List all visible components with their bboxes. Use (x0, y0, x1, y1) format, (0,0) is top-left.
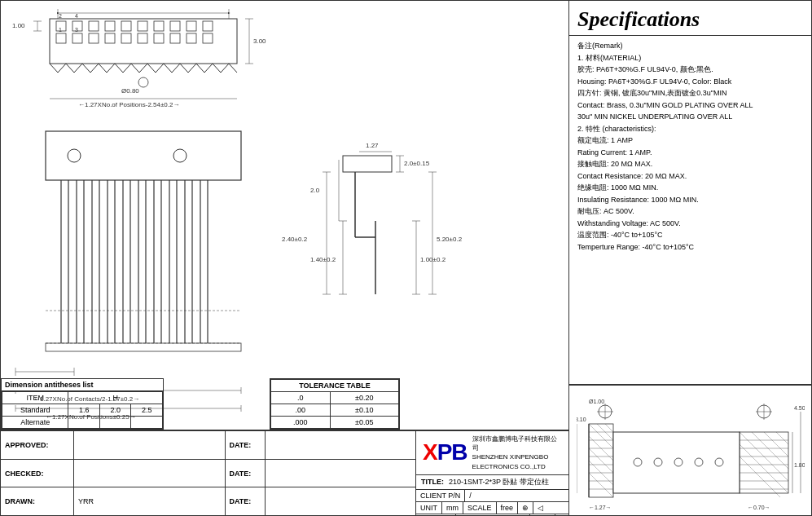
dim-std-1: 1.6 (68, 404, 100, 417)
specs-panel: Specifications 备注(Remark) 1. 材料(MATERIAL… (569, 1, 811, 515)
svg-text:1.27: 1.27 (366, 142, 379, 149)
svg-rect-18 (121, 33, 131, 43)
svg-rect-17 (105, 33, 115, 43)
contact-en1: Contact: Brass, 0.3u"MIN GOLD PLATING OV… (577, 100, 803, 112)
svg-point-41 (68, 149, 81, 162)
checked-label: CHECKED: (1, 460, 74, 487)
svg-rect-6 (89, 21, 99, 31)
drawing-title-row: TITLE: 210-1SMT-2*3P 卧贴 带定位柱 (416, 475, 568, 490)
svg-text:←1.27→: ←1.27→ (589, 505, 612, 510)
client-pn-value: / (465, 490, 568, 501)
unit-scale-row: UNIT mm SCALE free ⊕ ◁ (416, 502, 568, 514)
svg-line-143 (776, 432, 788, 444)
svg-text:3.10: 3.10 (577, 417, 586, 422)
svg-line-140 (740, 456, 780, 497)
specs-title: Specifications (569, 1, 811, 36)
svg-rect-9 (138, 21, 147, 31)
svg-point-148 (695, 458, 703, 466)
company-cn: 深圳市鑫鹏博电子科技有限公司 (472, 434, 562, 452)
svg-text:1.80: 1.80 (794, 462, 805, 468)
svg-line-142 (764, 432, 788, 456)
svg-rect-7 (105, 21, 115, 31)
title-block: APPROVED: DATE: CHECKED: DATE: DRAWN: YR… (1, 430, 568, 515)
rated-current-en: Rating Current: 1 AMP. (577, 148, 803, 159)
drawn-date-value (266, 487, 416, 515)
svg-text:1.40±0.2: 1.40±0.2 (310, 256, 336, 263)
svg-point-147 (674, 458, 683, 466)
tol-val-1: ±0.20 (330, 392, 398, 404)
main-drawing-svg: 2 4 1 3 1.00 3.00 Ø0.80 ←1.27XNo.of Posi… (1, 1, 563, 425)
svg-text:2.40±0.2: 2.40±0.2 (282, 236, 308, 243)
material-en: Housing: PA6T+30%G.F UL94V-0, Color: Bla… (577, 77, 803, 88)
svg-rect-130 (740, 432, 788, 493)
rated-current-cn: 额定电流: 1 AMP (577, 135, 803, 147)
dim-std-2: 2.0 (99, 404, 131, 417)
drawing-area: 2 4 1 3 1.00 3.00 Ø0.80 ←1.27XNo.of Posi… (1, 1, 569, 515)
withstand-cn: 耐电压: AC 500V. (577, 206, 803, 218)
drawn-date-label: DATE: (225, 487, 266, 515)
svg-text:Ø0.80: Ø0.80 (121, 87, 139, 95)
svg-text:4.50: 4.50 (794, 405, 805, 411)
detail-drawing: Ø1.00 (569, 385, 811, 515)
dim-alternate-label: Alternate (2, 417, 68, 429)
svg-rect-11 (170, 21, 180, 31)
tolerance-header: TOLERANCE TABLE (271, 380, 399, 392)
tol-dec-2: .00 (271, 404, 331, 417)
dim-standard-label: Standard (2, 404, 68, 417)
scale-value: free (497, 502, 519, 514)
svg-point-146 (654, 458, 662, 466)
checked-name-value (74, 460, 225, 487)
char-header: 2. 特性 (characteristics): (577, 124, 803, 135)
svg-text:5.20±0.2: 5.20±0.2 (437, 236, 463, 243)
material-cn: 胶壳: PA6T+30%G.F UL94V-0, 颜色:黑色. (577, 64, 803, 76)
dim-col-item: ITEM (2, 392, 68, 404)
checked-date-value (266, 460, 416, 487)
svg-rect-10 (154, 21, 164, 31)
dim-col-h: H (68, 392, 163, 404)
svg-rect-21 (170, 33, 180, 43)
dimension-table: Dimension antitheses list ITEM H Standar… (1, 378, 164, 430)
insul-res-en: Insulating Resistance: 1000 MΩ MIN. (577, 195, 803, 206)
tolerance-table: TOLERANCE TABLE .0 ±0.20 .00 ±0.10 .000 … (270, 378, 400, 430)
drawn-label: DRAWN: (1, 487, 74, 515)
svg-text:1.00±0.2: 1.00±0.2 (420, 256, 446, 263)
svg-rect-20 (154, 33, 164, 43)
contact-res-en: Contact Resistance: 20 MΩ MAX. (577, 171, 803, 183)
material-header: 1. 材料(MATERIAL) (577, 53, 803, 64)
svg-text:←1.27XNo.of Positions-2.54±0.2: ←1.27XNo.of Positions-2.54±0.2→ (78, 101, 179, 108)
svg-point-42 (173, 149, 187, 162)
svg-line-129 (605, 424, 613, 432)
svg-rect-14 (56, 33, 66, 43)
svg-rect-8 (121, 21, 131, 31)
contact-res-cn: 接触电阻: 20 MΩ MAX. (577, 159, 803, 170)
checked-date-label: DATE: (225, 460, 266, 487)
remark-header: 备注(Remark) (577, 41, 803, 52)
approved-row: APPROVED: DATE: (1, 431, 415, 460)
specs-content: 备注(Remark) 1. 材料(MATERIAL) 胶壳: PA6T+30%G… (569, 36, 811, 385)
svg-line-139 (740, 444, 788, 493)
temp-range-en: Temperture Range: -40°C to+105°C (577, 242, 803, 254)
svg-line-141 (752, 432, 788, 469)
svg-rect-16 (89, 33, 99, 43)
company-logo-area: XPB 深圳市鑫鹏博电子科技有限公司 SHENZHEN XINPENGBO EL… (416, 431, 568, 475)
svg-line-123 (589, 424, 613, 448)
svg-text:1.00: 1.00 (12, 22, 25, 29)
arrow-icon: ◁ (533, 502, 547, 514)
svg-text:2: 2 (59, 13, 62, 19)
client-pn-row: CLIENT P/N / (416, 490, 568, 502)
svg-text:3.00: 3.00 (253, 37, 266, 45)
logo-x: X (423, 439, 437, 465)
dim-std-3: 2.5 (131, 404, 163, 417)
approved-date-label: DATE: (225, 431, 266, 459)
svg-line-125 (589, 448, 613, 473)
company-en: SHENZHEN XINPENGBO ELECTRONICS CO.,LTD (472, 452, 562, 470)
svg-text:2.0: 2.0 (310, 187, 320, 194)
svg-text:1: 1 (59, 27, 62, 33)
svg-rect-12 (187, 21, 196, 31)
temp-range-cn: 温度范围: -40°C to+105°C (577, 230, 803, 241)
company-name: 深圳市鑫鹏博电子科技有限公司 SHENZHEN XINPENGBO ELECTR… (472, 434, 562, 471)
tol-val-2: ±0.10 (330, 404, 398, 417)
svg-rect-13 (203, 21, 213, 31)
svg-text:Ø1.00: Ø1.00 (589, 399, 604, 404)
svg-rect-23 (203, 33, 213, 43)
